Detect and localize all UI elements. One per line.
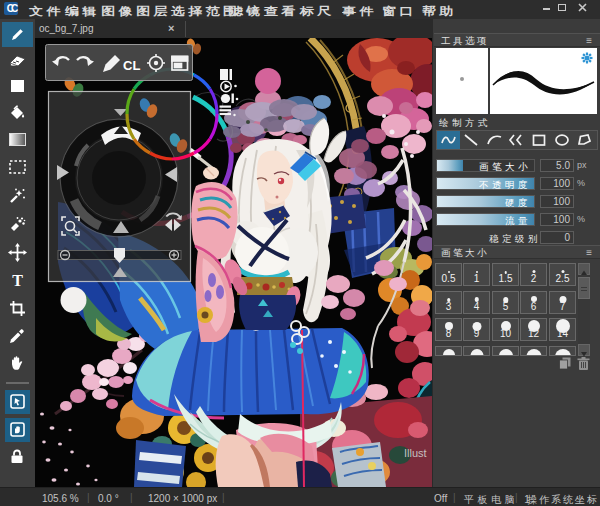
svg-text:Illust: Illust xyxy=(404,447,427,459)
svg-text:CL: CL xyxy=(123,58,140,73)
